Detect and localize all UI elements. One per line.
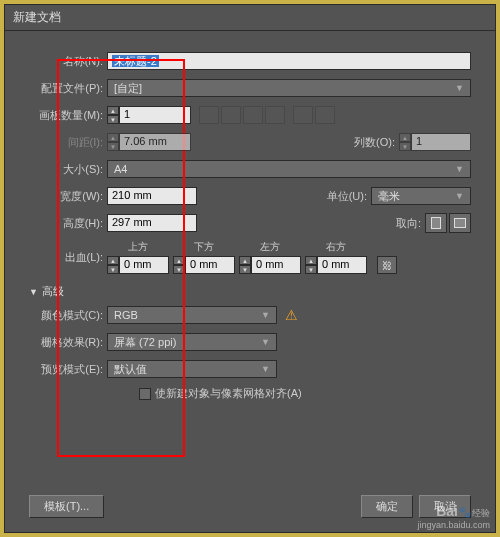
bleed-top-label: 上方	[128, 240, 148, 254]
watermark-logo: Bai	[436, 503, 458, 519]
watermark-text: 经验	[472, 508, 490, 518]
portrait-icon	[431, 217, 441, 229]
width-input[interactable]: 210 mm	[107, 187, 197, 205]
align-pixel-checkbox[interactable]	[139, 388, 151, 400]
columns-input: 1	[411, 133, 471, 151]
spacing-label: 间距(I):	[29, 135, 107, 150]
bleed-right-input[interactable]: 0 mm	[317, 256, 367, 274]
size-value: A4	[114, 163, 127, 175]
artboards-input[interactable]: 1	[119, 106, 191, 124]
columns-label: 列数(O):	[354, 135, 399, 150]
grid-by-col-icon[interactable]	[221, 106, 241, 124]
advanced-header: 高级	[42, 284, 64, 299]
bleed-top-input[interactable]: 0 mm	[119, 256, 169, 274]
name-label: 名称(N):	[29, 54, 107, 69]
new-document-dialog: 新建文档 名称(N): 未标题-2 配置文件(P): [自定]▼ 画板数量(M)…	[4, 4, 496, 533]
watermark: Bai🐾经验 jingyan.baidu.com	[417, 503, 490, 531]
orient-landscape-button[interactable]	[449, 213, 471, 233]
rtl-icon[interactable]	[293, 106, 313, 124]
artboards-label: 画板数量(M):	[29, 108, 107, 123]
col-icon[interactable]	[265, 106, 285, 124]
profile-select[interactable]: [自定]▼	[107, 79, 471, 97]
units-select[interactable]: 毫米▼	[371, 187, 471, 205]
preview-label: 预览模式(E):	[29, 362, 107, 377]
raster-select[interactable]: 屏幕 (72 ppi)▼	[107, 333, 277, 351]
advanced-disclosure[interactable]: ▼ 高级	[29, 284, 471, 299]
orient-label: 取向:	[396, 216, 425, 231]
spacing-input: 7.06 mm	[119, 133, 191, 151]
warning-icon: ⚠	[285, 307, 298, 323]
window-title: 新建文档	[5, 5, 495, 31]
landscape-icon	[454, 218, 466, 228]
height-input[interactable]: 297 mm	[107, 214, 197, 232]
bleed-bottom-input[interactable]: 0 mm	[185, 256, 235, 274]
chevron-down-icon: ▼	[455, 83, 464, 93]
spacing-spinner: ▲▼	[107, 133, 119, 151]
bleed-right-label: 右方	[326, 240, 346, 254]
preview-value: 默认值	[114, 362, 147, 377]
ltr-icon[interactable]	[315, 106, 335, 124]
bleed-bottom-label: 下方	[194, 240, 214, 254]
chevron-down-icon: ▼	[261, 310, 270, 320]
bleed-top-spinner[interactable]: ▲▼	[107, 256, 119, 274]
ok-button[interactable]: 确定	[361, 495, 413, 518]
chevron-down-icon: ▼	[261, 337, 270, 347]
raster-value: 屏幕 (72 ppi)	[114, 335, 176, 350]
units-value: 毫米	[378, 189, 400, 204]
height-label: 高度(H):	[29, 216, 107, 231]
bleed-link-button[interactable]: ⛓	[377, 256, 397, 274]
name-value: 未标题-2	[112, 55, 159, 67]
bleed-label: 出血(L):	[29, 250, 107, 265]
bleed-left-input[interactable]: 0 mm	[251, 256, 301, 274]
name-input[interactable]: 未标题-2	[107, 52, 471, 70]
orient-portrait-button[interactable]	[425, 213, 447, 233]
raster-label: 栅格效果(R):	[29, 335, 107, 350]
arrange-icons	[199, 106, 335, 124]
bleed-bottom-spinner[interactable]: ▲▼	[173, 256, 185, 274]
artboards-spinner[interactable]: ▲▼	[107, 106, 119, 124]
colormode-value: RGB	[114, 309, 138, 321]
align-pixel-label: 使新建对象与像素网格对齐(A)	[155, 386, 302, 401]
bleed-right-spinner[interactable]: ▲▼	[305, 256, 317, 274]
size-select[interactable]: A4▼	[107, 160, 471, 178]
chevron-down-icon: ▼	[455, 191, 464, 201]
row-icon[interactable]	[243, 106, 263, 124]
chevron-down-icon: ▼	[261, 364, 270, 374]
watermark-url: jingyan.baidu.com	[417, 520, 490, 531]
template-button[interactable]: 模板(T)...	[29, 495, 104, 518]
grid-by-row-icon[interactable]	[199, 106, 219, 124]
colormode-select[interactable]: RGB▼	[107, 306, 277, 324]
colormode-label: 颜色模式(C):	[29, 308, 107, 323]
dialog-content: 名称(N): 未标题-2 配置文件(P): [自定]▼ 画板数量(M): ▲▼ …	[5, 31, 495, 485]
columns-spinner: ▲▼	[399, 133, 411, 151]
bleed-left-spinner[interactable]: ▲▼	[239, 256, 251, 274]
bleed-left-label: 左方	[260, 240, 280, 254]
triangle-down-icon: ▼	[29, 287, 38, 297]
size-label: 大小(S):	[29, 162, 107, 177]
width-label: 宽度(W):	[29, 189, 107, 204]
units-label: 单位(U):	[327, 189, 371, 204]
profile-label: 配置文件(P):	[29, 81, 107, 96]
profile-value: [自定]	[114, 81, 142, 96]
chevron-down-icon: ▼	[455, 164, 464, 174]
preview-select[interactable]: 默认值▼	[107, 360, 277, 378]
